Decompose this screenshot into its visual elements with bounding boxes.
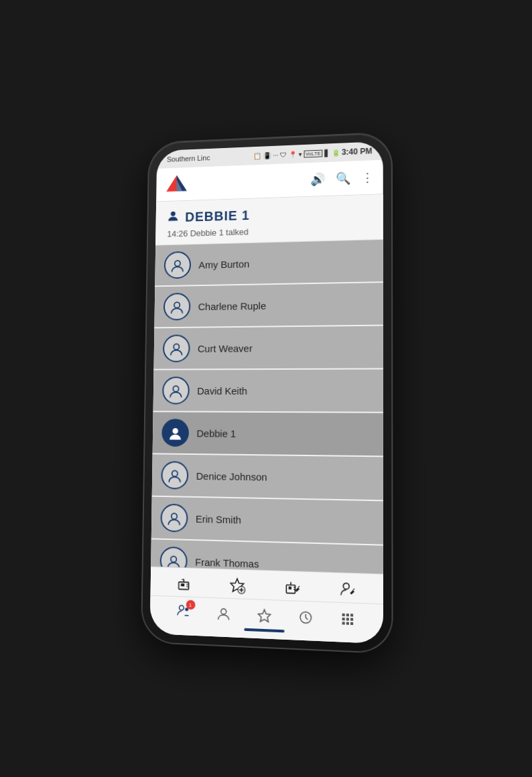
list-item[interactable]: David Keith xyxy=(153,370,383,413)
svg-rect-44 xyxy=(350,622,353,625)
svg-line-27 xyxy=(298,586,300,587)
list-item[interactable]: Debbie 1 xyxy=(153,412,383,457)
bottom-nav: 1 xyxy=(150,566,383,644)
svg-point-9 xyxy=(172,470,178,476)
signal-icon: ▋ xyxy=(324,149,330,157)
contact-list: Amy Burton Charlene Ruple xyxy=(151,240,383,573)
radio-icon[interactable] xyxy=(175,575,192,593)
location-icon: 📍 xyxy=(289,151,297,158)
contact-name: Amy Burton xyxy=(198,258,249,270)
channel-person-icon xyxy=(166,209,180,227)
channel-header: DEBBIE 1 14:26 Debbie 1 talked xyxy=(155,194,383,245)
app-screen: Southern Linc 📋 📳 ··· 🛡 📍 ▾ VoLTE ▋ 🔋 3:… xyxy=(150,141,383,644)
channel-title-row: DEBBIE 1 xyxy=(166,203,373,227)
voicemail-icon: 📳 xyxy=(263,151,271,159)
phone-screen: Southern Linc 📋 📳 ··· 🛡 📍 ▾ VoLTE ▋ 🔋 3:… xyxy=(150,141,383,644)
carrier-label: Southern Linc xyxy=(167,154,210,163)
app-logo xyxy=(165,171,188,198)
history-tab[interactable] xyxy=(297,609,314,626)
svg-point-30 xyxy=(179,606,184,610)
svg-point-4 xyxy=(175,261,180,267)
contact-name: Charlene Ruple xyxy=(198,299,267,311)
avatar xyxy=(163,293,191,320)
wifi-icon: ▾ xyxy=(299,150,302,157)
channel-status: 14:26 Debbie 1 talked xyxy=(165,227,248,239)
list-item[interactable]: Denice Johnson xyxy=(152,454,383,501)
add-favorite-icon[interactable] xyxy=(228,576,246,594)
ptt-log-icon[interactable] xyxy=(283,578,301,597)
svg-point-28 xyxy=(344,583,350,589)
contacts-badge: 1 xyxy=(175,602,191,623)
list-item[interactable]: Amy Burton xyxy=(155,240,383,287)
avatar xyxy=(163,334,190,362)
svg-marker-0 xyxy=(166,175,177,192)
svg-point-6 xyxy=(174,344,179,350)
svg-point-5 xyxy=(174,302,180,308)
contact-name: David Keith xyxy=(197,385,247,397)
svg-rect-43 xyxy=(346,622,349,625)
home-indicator xyxy=(244,628,284,633)
svg-point-8 xyxy=(172,428,178,434)
contact-name: Curt Weaver xyxy=(198,342,253,354)
svg-rect-37 xyxy=(346,614,349,616)
battery-icon: 🔋 xyxy=(332,149,340,156)
more-options-icon[interactable]: ⋮ xyxy=(361,170,373,185)
dots-icon: ··· xyxy=(273,151,278,159)
svg-rect-36 xyxy=(342,614,345,616)
volume-icon[interactable]: 🔊 xyxy=(310,171,325,186)
sim-icon: 📋 xyxy=(253,152,261,159)
search-icon[interactable]: 🔍 xyxy=(336,171,350,186)
favorites-tab[interactable] xyxy=(256,608,272,625)
svg-rect-39 xyxy=(342,618,345,620)
svg-rect-42 xyxy=(342,622,345,624)
svg-point-11 xyxy=(171,556,177,562)
phone-frame: Southern Linc 📋 📳 ··· 🛡 📍 ▾ VoLTE ▋ 🔋 3:… xyxy=(142,133,392,653)
contact-name: Debbie 1 xyxy=(196,427,236,439)
svg-marker-34 xyxy=(258,610,270,622)
person-tab[interactable] xyxy=(215,606,231,622)
list-item[interactable]: Erin Smith xyxy=(151,497,383,546)
avatar xyxy=(160,504,188,533)
svg-point-7 xyxy=(173,386,179,392)
svg-point-33 xyxy=(221,609,226,614)
svg-point-10 xyxy=(172,513,178,519)
status-icons: 📋 📳 ··· 🛡 📍 ▾ VoLTE ▋ 🔋 3:40 PM xyxy=(253,147,373,161)
svg-rect-41 xyxy=(350,618,353,620)
avatar xyxy=(162,376,190,404)
contact-name: Erin Smith xyxy=(196,512,241,525)
list-item[interactable]: Charlene Ruple xyxy=(154,283,383,328)
edit-contact-icon[interactable] xyxy=(339,580,357,599)
shield-icon: 🛡 xyxy=(280,151,287,158)
volte-icon: VoLTE xyxy=(304,149,322,157)
svg-rect-23 xyxy=(288,586,291,589)
contact-name: Denice Johnson xyxy=(196,470,267,482)
avatar xyxy=(161,461,188,489)
keypad-tab[interactable] xyxy=(340,610,356,628)
avatar xyxy=(161,419,189,447)
badge-count: 1 xyxy=(186,600,195,610)
svg-rect-40 xyxy=(346,618,349,620)
bottom-nav-bottom: 1 xyxy=(150,599,383,632)
avatar xyxy=(164,251,192,279)
time-display: 3:40 PM xyxy=(342,147,373,157)
svg-line-29 xyxy=(353,589,354,590)
svg-rect-38 xyxy=(350,614,353,616)
svg-rect-13 xyxy=(181,583,184,587)
list-item[interactable]: Curt Weaver xyxy=(153,326,383,370)
contacts-tab[interactable]: 1 xyxy=(175,602,191,623)
app-bar-actions: 🔊 🔍 ⋮ xyxy=(310,170,373,187)
svg-point-3 xyxy=(171,212,176,216)
channel-name: DEBBIE 1 xyxy=(185,208,250,224)
